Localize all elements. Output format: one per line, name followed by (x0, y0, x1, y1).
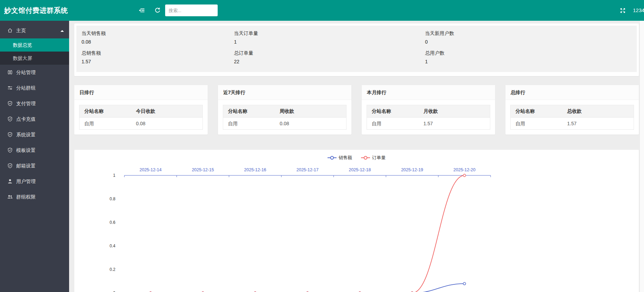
col-header: 今日收款 (131, 105, 202, 117)
sidebar-nav: 主页 数据总览 数据大屏 分站管理 分站群组 (0, 21, 69, 292)
col-header: 周收款 (275, 105, 346, 117)
stat-value: 1.57 (82, 59, 229, 64)
legend-item-sales[interactable]: 销售额 (328, 155, 352, 161)
stat-label: 当天订单量 (234, 30, 420, 37)
sales-orders-chart-card: 销售额 订单量 00.20.40.60.812025-12-142025-12-… (74, 150, 639, 292)
sidebar-item-home[interactable]: 主页 (0, 23, 69, 38)
stat-value: 0 (425, 39, 637, 45)
sidebar-item-mail-settings[interactable]: 邮箱设置 (0, 158, 69, 174)
rank-card-7days: 近7天排行 分站名称 周收款 自用 0.08 (218, 85, 351, 135)
col-header: 月收款 (419, 105, 490, 117)
svg-text:0: 0 (113, 291, 115, 292)
sidebar-item-user-manage[interactable]: 用户管理 (0, 174, 69, 189)
sidebar-item-substation-groups[interactable]: 分站群组 (0, 80, 69, 96)
table-row: 自用 1.57 (367, 117, 490, 129)
rank-table: 分站名称 总收款 自用 1.57 (510, 105, 634, 130)
rank-card-total: 总排行 分站名称 总收款 自用 1.57 (505, 85, 639, 135)
card-title: 本月排行 (362, 85, 495, 100)
table-row: 自用 0.08 (79, 117, 202, 129)
rank-card-month: 本月排行 分站名称 月收款 自用 1.57 (362, 85, 495, 135)
sidebar-item-label: 主页 (16, 28, 26, 33)
user-icon (7, 175, 13, 190)
shield-check-icon (7, 128, 13, 144)
shield-check-icon (7, 144, 13, 159)
home-submenu: 数据总览 数据大屏 (0, 38, 69, 65)
cell-amount: 0.08 (275, 118, 346, 129)
sidebar-item-payment-manage[interactable]: 支付管理 (0, 96, 69, 111)
chart-legend: 销售额 订单量 (74, 155, 639, 161)
svg-text:1: 1 (113, 173, 115, 178)
sidebar-item-label: 分站群组 (16, 85, 36, 91)
sidebar-item-label: 点卡充值 (16, 116, 36, 122)
svg-text:0.4: 0.4 (110, 244, 115, 248)
svg-text:2025-12-15: 2025-12-15 (192, 167, 214, 172)
rank-card-daily: 日排行 分站名称 今日收款 自用 0.08 (74, 85, 208, 135)
component-icon (7, 66, 13, 81)
app-title: 妙文馆付费进群系统 (4, 0, 68, 21)
sidebar-item-template-settings[interactable]: 模板设置 (0, 143, 69, 158)
stat-label: 当天销售额 (82, 30, 229, 37)
cell-amount: 1.57 (419, 118, 490, 129)
col-header: 分站名称 (79, 105, 131, 117)
sidebar-item-group-permissions[interactable]: 群组权限 (0, 189, 69, 205)
card-title: 日排行 (74, 85, 208, 100)
line-marker-icon (361, 156, 370, 160)
fullscreen-button[interactable] (617, 5, 628, 16)
svg-text:2025-12-19: 2025-12-19 (401, 167, 423, 172)
card-title: 近7天排行 (218, 85, 351, 100)
col-header: 分站名称 (367, 105, 419, 117)
search-input[interactable] (165, 4, 218, 16)
stat-label: 当天新用户数 (425, 30, 637, 37)
sidebar-item-label: 用户管理 (16, 179, 36, 184)
table-row: 自用 1.57 (511, 117, 634, 129)
shield-check-icon (7, 97, 13, 112)
col-header: 分站名称 (511, 105, 562, 117)
collapse-menu-icon[interactable] (136, 5, 147, 16)
cell-site-name: 自用 (511, 118, 562, 129)
svg-text:2025-12-20: 2025-12-20 (453, 167, 475, 172)
sidebar-item-card-recharge[interactable]: 点卡充值 (0, 111, 69, 127)
scrollbar-track[interactable] (640, 21, 644, 292)
sidebar-item-label: 支付管理 (16, 101, 36, 106)
home-icon (7, 24, 13, 39)
users-icon (7, 190, 13, 206)
stat-today-new-users: 当天新用户数 0 (420, 30, 637, 50)
cell-site-name: 自用 (79, 118, 131, 129)
stats-panel: 当天销售额 0.08 当天订单量 1 当天新用户数 0 总销售额 1.57 总订… (74, 24, 639, 76)
svg-text:0.2: 0.2 (110, 267, 115, 272)
current-username[interactable]: 12345 (633, 0, 644, 21)
svg-text:2025-12-18: 2025-12-18 (349, 167, 371, 172)
sidebar-item-system-settings[interactable]: 系统设置 (0, 127, 69, 143)
sidebar-item-data-overview[interactable]: 数据总览 (0, 38, 69, 52)
refresh-button[interactable] (152, 5, 163, 16)
sliders-icon (7, 81, 13, 97)
sidebar-item-substation-manage[interactable]: 分站管理 (0, 65, 69, 80)
svg-text:2025-12-17: 2025-12-17 (296, 167, 319, 172)
legend-label: 销售额 (339, 155, 352, 161)
top-bar: 妙文馆付费进群系统 12345 (0, 0, 644, 21)
sidebar-item-label: 系统设置 (16, 132, 36, 137)
fullscreen-icon (620, 8, 626, 13)
stat-value: 1 (425, 59, 637, 64)
col-header: 总收款 (562, 105, 634, 117)
cell-amount: 0.08 (131, 118, 202, 129)
table-header: 分站名称 总收款 (511, 105, 634, 117)
line-marker-icon (328, 156, 337, 160)
table-header: 分站名称 周收款 (223, 105, 346, 117)
hamburger-icon (139, 7, 145, 13)
svg-text:2025-12-14: 2025-12-14 (140, 167, 162, 172)
stats-grid: 当天销售额 0.08 当天订单量 1 当天新用户数 0 总销售额 1.57 总订… (76, 26, 637, 72)
stat-value: 22 (234, 59, 420, 64)
stat-today-sales: 当天销售额 0.08 (76, 30, 229, 50)
sidebar-item-data-screen[interactable]: 数据大屏 (0, 52, 69, 65)
stat-label: 总用户数 (425, 50, 637, 56)
stat-today-orders: 当天订单量 1 (229, 30, 420, 50)
legend-item-orders[interactable]: 订单量 (361, 155, 386, 161)
search-box (165, 4, 218, 16)
rank-table: 分站名称 月收款 自用 1.57 (367, 105, 490, 130)
chevron-up-icon (60, 28, 64, 32)
cell-site-name: 自用 (367, 118, 419, 129)
line-chart[interactable]: 00.20.40.60.812025-12-142025-12-152025-1… (74, 150, 639, 292)
stat-value: 1 (234, 39, 420, 45)
stat-label: 总销售额 (82, 50, 229, 56)
